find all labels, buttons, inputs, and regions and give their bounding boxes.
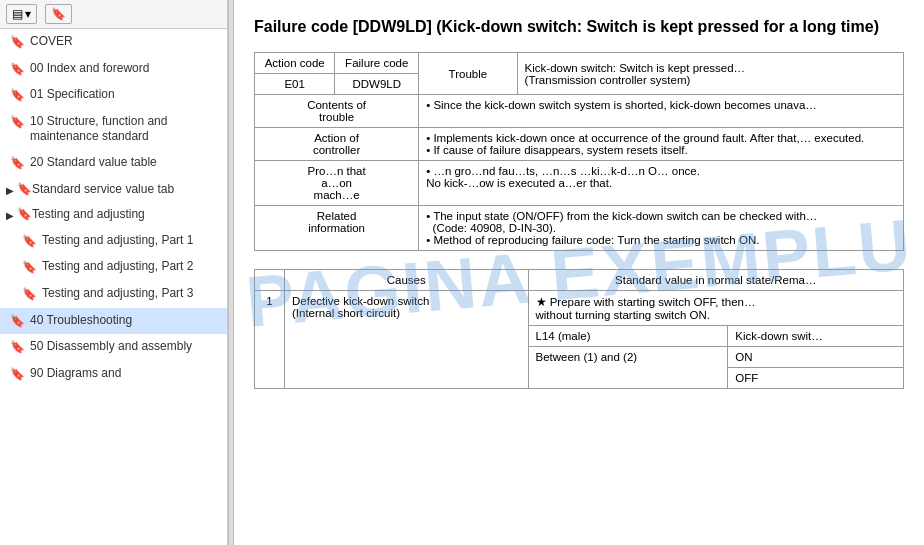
cause-description: Defective kick-down switch(Internal shor… <box>285 291 529 389</box>
cause-measurement-label: Between (1) and (2) <box>528 347 728 389</box>
action-code-value: E01 <box>255 74 335 95</box>
sidebar-item-label: Standard service value tab <box>32 182 174 198</box>
menu-button[interactable]: ▤ ▾ <box>6 4 37 24</box>
row-label-contents: Contents oftrouble <box>255 95 419 128</box>
cause-prep-note: ★ Prepare with starting switch OFF, then… <box>528 291 904 326</box>
sidebar-item-label: Testing and adjusting, Part 1 <box>42 233 221 249</box>
sidebar-item-label: Testing and adjusting, Part 3 <box>42 286 221 302</box>
col-failure-code: Failure code <box>335 53 419 74</box>
sidebar-item-testing-p3[interactable]: 🔖 Testing and adjusting, Part 3 <box>0 281 227 308</box>
nav-bookmark-icon: 🔖 <box>17 182 32 198</box>
nav-bookmark-icon: 🔖 <box>10 367 25 383</box>
col-trouble: Trouble <box>419 53 517 95</box>
sidebar-item-label: Testing and adjusting, Part 2 <box>42 259 221 275</box>
nav-bookmark-icon: 🔖 <box>10 340 25 356</box>
table-row: Contents oftrouble • Since the kick-down… <box>255 95 904 128</box>
cause-num: 1 <box>255 291 285 389</box>
sidebar-item-label: 10 Structure, function and maintenance s… <box>30 114 221 145</box>
sidebar-item-00-index[interactable]: 🔖 00 Index and foreword <box>0 56 227 83</box>
row-content-related: • The input state (ON/OFF) from the kick… <box>419 206 904 251</box>
nav-bookmark-icon: 🔖 <box>22 260 37 276</box>
sidebar-item-label: COVER <box>30 34 221 50</box>
row-content-action: • Implements kick-down once at occurrenc… <box>419 128 904 161</box>
bookmark-button[interactable]: 🔖 <box>45 4 72 24</box>
col-standard-value: Standard value in normal state/Rema… <box>528 270 904 291</box>
nav-bookmark-icon: 🔖 <box>22 234 37 250</box>
cause-value-off: OFF <box>728 368 904 389</box>
row-label-problem: Pro…n thata…onmach…e <box>255 161 419 206</box>
col-trouble-desc: Kick-down switch: Switch is kept pressed… <box>517 53 903 95</box>
sidebar-item-cover[interactable]: 🔖 COVER <box>0 29 227 56</box>
failure-code-value: DDW9LD <box>335 74 419 95</box>
failure-info-table: Action code Failure code Trouble Kick-do… <box>254 52 904 251</box>
sidebar-nav: 🔖 COVER 🔖 00 Index and foreword 🔖 01 Spe… <box>0 29 227 545</box>
col-num <box>255 270 285 291</box>
expand-arrow-icon: ▶ <box>6 184 14 197</box>
col-causes: Causes <box>285 270 529 291</box>
sidebar-item-testing-p2[interactable]: 🔖 Testing and adjusting, Part 2 <box>0 254 227 281</box>
cause-connector-value: Kick-down swit… <box>728 326 904 347</box>
nav-bookmark-icon: 🔖 <box>22 287 37 303</box>
sidebar-item-90-diagrams[interactable]: 🔖 90 Diagrams and <box>0 361 227 388</box>
menu-icon: ▤ <box>12 7 23 21</box>
table-row: Pro…n thata…onmach…e • …n gro…nd fau…ts,… <box>255 161 904 206</box>
row-label-related: Relatedinformation <box>255 206 419 251</box>
sidebar-item-label: 50 Disassembly and assembly <box>30 339 221 355</box>
sidebar-item-testing-adj[interactable]: ▶ 🔖 Testing and adjusting <box>0 202 227 228</box>
sidebar-item-label: 40 Troubleshooting <box>30 313 221 329</box>
sidebar-item-20-standard[interactable]: 🔖 20 Standard value table <box>0 150 227 177</box>
page-title: Failure code [DDW9LD] (Kick-down switch:… <box>254 16 904 38</box>
dropdown-arrow-icon: ▾ <box>25 7 31 21</box>
sidebar-item-50-disassembly[interactable]: 🔖 50 Disassembly and assembly <box>0 334 227 361</box>
cause-value-on: ON <box>728 347 904 368</box>
sidebar-item-label: 01 Specification <box>30 87 221 103</box>
nav-bookmark-icon: 🔖 <box>10 88 25 104</box>
row-content-problem: • …n gro…nd fau…ts, …n…s …ki…k-d…n O… on… <box>419 161 904 206</box>
nav-bookmark-icon: 🔖 <box>17 207 32 223</box>
table-row: Relatedinformation • The input state (ON… <box>255 206 904 251</box>
col-action-code: Action code <box>255 53 335 74</box>
sidebar-item-label: 00 Index and foreword <box>30 61 221 77</box>
nav-bookmark-icon: 🔖 <box>10 35 25 51</box>
expand-arrow-icon: ▶ <box>6 209 14 222</box>
bookmark-icon: 🔖 <box>51 7 66 21</box>
row-label-action: Action ofcontroller <box>255 128 419 161</box>
sidebar-item-testing-p1[interactable]: 🔖 Testing and adjusting, Part 1 <box>0 228 227 255</box>
sidebar-item-10-structure[interactable]: 🔖 10 Structure, function and maintenance… <box>0 109 227 150</box>
causes-table: Causes Standard value in normal state/Re… <box>254 269 904 389</box>
main-content: PAGINA EXEMPLU Failure code [DDW9LD] (Ki… <box>234 0 924 545</box>
table-row: Action ofcontroller • Implements kick-do… <box>255 128 904 161</box>
sidebar-item-01-spec[interactable]: 🔖 01 Specification <box>0 82 227 109</box>
sidebar-toolbar: ▤ ▾ 🔖 <box>0 0 227 29</box>
nav-bookmark-icon: 🔖 <box>10 314 25 330</box>
sidebar-item-label: Testing and adjusting <box>32 207 145 223</box>
nav-bookmark-icon: 🔖 <box>10 62 25 78</box>
table-row: 1 Defective kick-down switch(Internal sh… <box>255 291 904 326</box>
cause-connector-label: L14 (male) <box>528 326 728 347</box>
sidebar-item-label: 90 Diagrams and <box>30 366 221 382</box>
sidebar: ▤ ▾ 🔖 🔖 COVER 🔖 00 Index and foreword 🔖 … <box>0 0 228 545</box>
sidebar-item-label: 20 Standard value table <box>30 155 221 171</box>
sidebar-item-40-trouble[interactable]: 🔖 40 Troubleshooting <box>0 308 227 335</box>
row-content-contents: • Since the kick-down switch system is s… <box>419 95 904 128</box>
sidebar-item-standard-service[interactable]: ▶ 🔖 Standard service value tab <box>0 177 227 203</box>
nav-bookmark-icon: 🔖 <box>10 115 25 131</box>
nav-bookmark-icon: 🔖 <box>10 156 25 172</box>
